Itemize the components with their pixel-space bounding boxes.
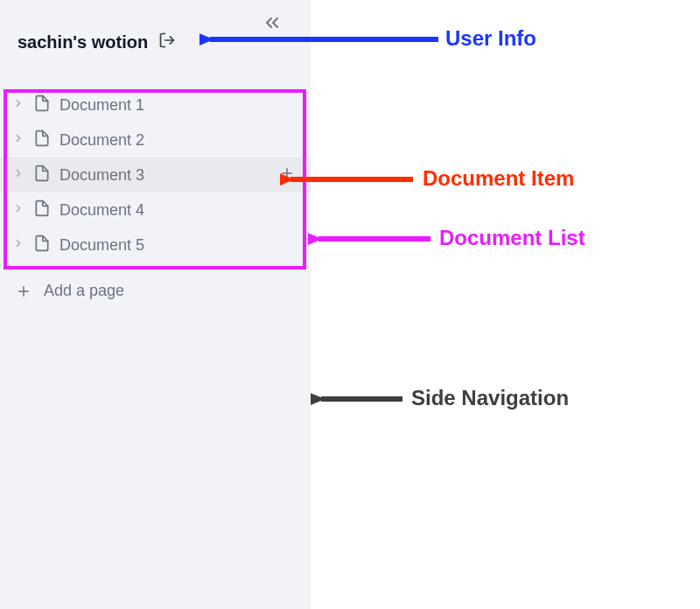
document-icon	[33, 164, 51, 186]
document-item[interactable]: Document 3	[0, 158, 311, 192]
document-item[interactable]: Document 5	[0, 228, 311, 262]
document-label: Document 2	[60, 131, 295, 150]
plus-icon	[16, 284, 32, 299]
arrow-document-item	[280, 166, 420, 192]
document-label: Document 4	[60, 201, 295, 220]
document-label: Document 5	[60, 236, 295, 255]
document-item[interactable]: Document 4	[0, 192, 311, 228]
chevron-right-icon[interactable]	[12, 237, 24, 253]
document-item[interactable]: Document 1	[0, 88, 311, 122]
arrow-document-list	[308, 226, 435, 252]
document-label: Document 3	[60, 166, 270, 185]
annotation-user-info: User Info	[445, 26, 536, 51]
document-label: Document 1	[60, 96, 295, 115]
annotation-document-list: Document List	[439, 226, 585, 250]
arrow-side-navigation	[311, 386, 407, 412]
annotation-document-item: Document Item	[423, 166, 574, 191]
document-icon	[33, 234, 51, 256]
document-icon	[33, 200, 51, 220]
annotation-side-navigation: Side Navigation	[411, 386, 569, 410]
document-list: Document 1Document 2Document 3Document 4…	[0, 88, 311, 262]
document-icon	[33, 94, 51, 116]
logout-icon[interactable]	[158, 32, 176, 52]
document-icon	[33, 130, 51, 150]
add-page-button[interactable]: Add a page	[0, 262, 311, 300]
document-item[interactable]: Document 2	[0, 122, 311, 158]
chevron-right-icon[interactable]	[12, 132, 24, 148]
chevron-right-icon[interactable]	[12, 97, 24, 113]
chevron-right-icon[interactable]	[12, 202, 24, 218]
add-page-label: Add a page	[44, 282, 124, 300]
side-navigation: sachin's wotion Document 1Document 2Docu…	[0, 0, 311, 609]
user-name: sachin's wotion	[18, 32, 148, 52]
chevron-right-icon[interactable]	[12, 167, 24, 183]
arrow-user-info	[200, 26, 444, 52]
